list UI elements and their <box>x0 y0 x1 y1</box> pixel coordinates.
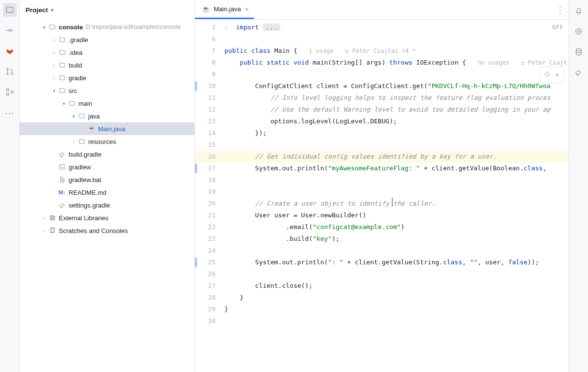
author-hint[interactable]: ± Peter Csajt <box>521 59 567 66</box>
chevron-right-icon[interactable]: › <box>50 50 58 55</box>
tree-item-label: gradlew <box>69 163 91 171</box>
svg-rect-11 <box>52 215 53 220</box>
editor-gutter: 1678910111213141516171819202122232425262… <box>195 20 222 372</box>
tree-item-external-libraries[interactable]: › External Libraries <box>20 211 195 224</box>
editor-tab-actions: ⋮ <box>556 0 564 20</box>
editor-content[interactable]: OFF × › import ... public class Main { 1… <box>222 20 568 372</box>
folder-icon <box>58 36 67 43</box>
svg-rect-12 <box>53 216 55 220</box>
tree-item-label: src <box>69 87 77 94</box>
chevron-down-icon: ▾ <box>51 7 53 13</box>
editor-tab-main-java[interactable]: ☕ Main.java × <box>195 0 254 19</box>
svg-rect-7 <box>6 93 9 95</box>
usage-hint[interactable]: 1 usage <box>309 47 334 54</box>
gradle-file-icon <box>58 150 67 158</box>
pull-request-icon <box>5 67 14 76</box>
tree-item-gradlew[interactable]: gradlew <box>20 161 195 173</box>
chevron-right-icon[interactable]: › <box>40 215 48 221</box>
close-icon[interactable]: × <box>555 69 559 81</box>
tree-item-label: main <box>78 100 92 107</box>
tree-item-java-dir[interactable]: ▾ java <box>20 110 195 122</box>
structure-icon <box>5 88 14 96</box>
tree-item-label: gradle <box>69 74 86 82</box>
ai-widget[interactable]: × <box>539 67 564 83</box>
svg-rect-10 <box>50 215 51 220</box>
chevron-down-icon[interactable]: ▾ <box>70 114 77 119</box>
tree-item-label: Main.java <box>98 125 125 133</box>
tree-item-settings-gradle[interactable]: settings.gradle <box>20 199 195 211</box>
commit-tool-button[interactable] <box>3 23 17 37</box>
tree-item-scratches[interactable]: › Scratches and Consoles <box>20 224 195 237</box>
ai-assistant-button[interactable] <box>573 25 585 37</box>
svg-point-16 <box>577 30 580 33</box>
tree-item-label: .idea <box>69 49 82 56</box>
inspection-indicator[interactable]: OFF <box>552 22 564 33</box>
tree-item-label: settings.gradle <box>69 202 110 209</box>
gradle-file-icon <box>58 201 67 209</box>
close-icon[interactable]: × <box>245 5 249 13</box>
tree-item-gradlew-bat[interactable]: gradlew.bat <box>20 173 195 186</box>
java-file-icon: ☕ <box>202 5 210 13</box>
chevron-right-icon[interactable]: › <box>40 228 48 233</box>
notifications-button[interactable] <box>573 5 585 17</box>
tree-item-gradle-dir[interactable]: › gradle <box>20 71 195 84</box>
more-icon[interactable]: ⋮ <box>556 4 564 15</box>
tree-item-resources[interactable]: › resources <box>20 135 195 148</box>
database-icon <box>574 47 583 56</box>
project-panel: Project ▾ ▾ console D:\repos\java-sdk\sa… <box>20 0 195 372</box>
chevron-right-icon[interactable]: › <box>50 63 58 68</box>
tree-item-label: Scratches and Consoles <box>59 227 128 234</box>
folder-icon <box>68 100 76 107</box>
editor-area: ☕ Main.java × ⋮ 167891011121314151617181… <box>195 0 568 372</box>
svg-rect-8 <box>11 91 13 93</box>
tree-root[interactable]: ▾ console D:\repos\java-sdk\samples\cons… <box>20 21 195 33</box>
structure-tool-button[interactable] <box>3 85 17 99</box>
tree-item-src[interactable]: ▾ src <box>20 84 195 97</box>
tree-item-readme[interactable]: M↓ README.md <box>20 186 195 199</box>
tree-item-label: java <box>88 113 100 120</box>
commit-icon <box>5 26 14 35</box>
gitlab-tool-button[interactable] <box>3 44 17 58</box>
database-button[interactable] <box>573 46 585 58</box>
editor-tab-bar: ☕ Main.java × ⋮ <box>195 0 568 20</box>
svg-point-15 <box>576 28 582 34</box>
author-hint[interactable]: ± Peter Csajtai +4 * <box>345 47 416 54</box>
code-editor[interactable]: 1678910111213141516171819202122232425262… <box>195 20 568 372</box>
project-panel-header[interactable]: Project ▾ <box>20 0 195 20</box>
gitlab-icon <box>5 46 14 55</box>
tree-item-label: gradlew.bat <box>69 176 101 184</box>
tree-item-build-gradle[interactable]: build.gradle <box>20 148 195 161</box>
svg-point-5 <box>11 73 13 75</box>
right-tool-strip <box>568 0 588 372</box>
chevron-down-icon[interactable]: ▾ <box>50 88 58 93</box>
tree-item-main-java[interactable]: ☕ Main.java <box>20 122 195 135</box>
text-caret <box>392 198 392 207</box>
chevron-down-icon[interactable]: ▾ <box>60 101 68 106</box>
folder-icon <box>58 62 67 69</box>
ai-icon <box>543 71 551 79</box>
folder-icon <box>58 87 67 94</box>
usage-hint[interactable]: no usages <box>478 59 510 66</box>
tree-item-main[interactable]: ▾ main <box>20 97 195 110</box>
tree-item-path: D:\repos\java-sdk\samples\console <box>86 23 181 30</box>
gradle-button[interactable] <box>573 67 585 78</box>
svg-point-3 <box>7 68 8 70</box>
chevron-right-icon[interactable]: › <box>50 37 58 43</box>
libraries-icon <box>48 214 57 221</box>
tree-item-build[interactable]: › build <box>20 59 195 71</box>
java-file-icon: ☕ <box>87 125 96 133</box>
pull-requests-tool-button[interactable] <box>3 65 17 78</box>
tree-item-idea[interactable]: › .idea <box>20 46 195 59</box>
folder-icon <box>77 138 86 145</box>
markdown-file-icon: M↓ <box>58 189 67 195</box>
folder-icon <box>48 23 57 30</box>
project-tool-button[interactable] <box>3 3 17 17</box>
chevron-right-icon[interactable]: › <box>70 139 77 144</box>
tree-item-gradle-dot[interactable]: › .gradle <box>20 33 195 46</box>
more-tools-button[interactable]: ⋯ <box>5 108 15 118</box>
gradle-icon <box>574 68 583 77</box>
chevron-down-icon[interactable]: ▾ <box>40 24 48 30</box>
chevron-right-icon[interactable]: › <box>50 75 58 81</box>
project-panel-title: Project <box>25 6 48 14</box>
ai-icon <box>574 27 583 36</box>
